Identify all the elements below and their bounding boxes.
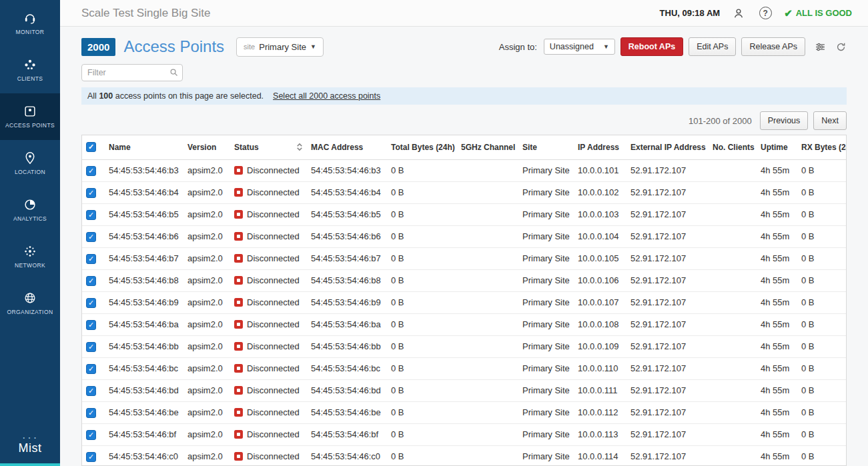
- refresh-icon[interactable]: [835, 41, 847, 53]
- column-header-rx-bytes[interactable]: RX Bytes (24h): [797, 135, 847, 159]
- cell-uptime: 4h 55m: [757, 225, 797, 247]
- cell-uptime: 4h 55m: [757, 423, 797, 445]
- cell-status: Disconnected: [230, 203, 307, 225]
- cell-version: apsim2.0: [183, 159, 230, 181]
- column-header-ip[interactable]: IP Address: [574, 135, 626, 159]
- cell-no-clients: [709, 269, 757, 291]
- status-indicator[interactable]: ✔ ALL IS GOOD: [784, 7, 852, 19]
- row-checkbox[interactable]: ✓: [86, 166, 96, 176]
- row-checkbox[interactable]: ✓: [86, 430, 96, 440]
- column-header-5ghz-channel[interactable]: 5GHz Channel: [457, 135, 518, 159]
- row-checkbox[interactable]: ✓: [86, 232, 96, 242]
- cell-mac: 54:45:53:54:46:bf: [307, 423, 387, 445]
- sidebar-item-organization[interactable]: ORGANIZATION: [0, 280, 60, 327]
- cell-5ghz-channel: [457, 335, 518, 357]
- row-checkbox[interactable]: ✓: [86, 276, 96, 286]
- assign-to-dropdown[interactable]: Unassigned ▼: [544, 39, 615, 55]
- select-all-checkbox[interactable]: ✓: [86, 142, 96, 152]
- site-selector-value: Primary Site: [259, 42, 306, 52]
- cell-total-bytes: 0 B: [387, 291, 457, 313]
- cell-uptime: 4h 55m: [757, 247, 797, 269]
- cell-ip: 10.0.0.105: [574, 247, 626, 269]
- cell-site: Primary Site: [518, 291, 574, 313]
- sidebar-accent-bar: [0, 463, 60, 466]
- table-row[interactable]: ✓ 54:45:53:54:46:bc apsim2.0 Disconnecte…: [82, 357, 847, 379]
- row-checkbox[interactable]: ✓: [86, 342, 96, 352]
- table-row[interactable]: ✓ 54:45:53:54:46:bd apsim2.0 Disconnecte…: [82, 379, 847, 401]
- column-header-site[interactable]: Site: [518, 135, 574, 159]
- cell-version: apsim2.0: [183, 247, 230, 269]
- column-header-status[interactable]: Status: [230, 135, 307, 159]
- column-header-external-ip[interactable]: External IP Address: [626, 135, 709, 159]
- reboot-aps-button[interactable]: Reboot APs: [620, 37, 683, 56]
- sidebar-item-label: CLIENTS: [15, 75, 46, 83]
- select-all-link[interactable]: Select all 2000 access points: [273, 91, 380, 101]
- table-row[interactable]: ✓ 54:45:53:54:46:b9 apsim2.0 Disconnecte…: [82, 291, 847, 313]
- cell-total-bytes: 0 B: [387, 357, 457, 379]
- page-title: Access Points: [123, 37, 224, 56]
- previous-page-button[interactable]: Previous: [760, 111, 809, 130]
- assign-to-label: Assign to:: [499, 42, 537, 52]
- cell-no-clients: [709, 335, 757, 357]
- column-settings-icon[interactable]: [815, 41, 826, 53]
- cell-ip: 10.0.0.113: [574, 423, 626, 445]
- table-row[interactable]: ✓ 54:45:53:54:46:b6 apsim2.0 Disconnecte…: [82, 225, 847, 247]
- cell-5ghz-channel: [457, 225, 518, 247]
- user-account-icon[interactable]: [731, 5, 747, 21]
- table-row[interactable]: ✓ 54:45:53:54:46:bb apsim2.0 Disconnecte…: [82, 335, 847, 357]
- table-row[interactable]: ✓ 54:45:53:54:46:b3 apsim2.0 Disconnecte…: [82, 159, 847, 181]
- row-checkbox[interactable]: ✓: [86, 364, 96, 374]
- chevron-down-icon: ▼: [603, 43, 609, 50]
- row-checkbox[interactable]: ✓: [86, 408, 96, 418]
- cell-ip: 10.0.0.103: [574, 203, 626, 225]
- row-checkbox[interactable]: ✓: [86, 210, 96, 220]
- column-header-uptime[interactable]: Uptime: [757, 135, 797, 159]
- column-header-total-bytes[interactable]: Total Bytes (24h): [387, 135, 457, 159]
- sidebar-item-network[interactable]: NETWORK: [0, 233, 60, 280]
- sidebar-item-clients[interactable]: CLIENTS: [0, 47, 60, 93]
- cell-site: Primary Site: [518, 269, 574, 291]
- row-checkbox[interactable]: ✓: [86, 320, 96, 330]
- release-aps-button[interactable]: Release APs: [741, 37, 805, 56]
- cell-uptime: 4h 55m: [757, 335, 797, 357]
- sidebar-item-access-points[interactable]: ACCESS POINTS: [0, 93, 60, 140]
- table-row[interactable]: ✓ 54:45:53:54:46:be apsim2.0 Disconnecte…: [82, 401, 847, 423]
- cell-5ghz-channel: [457, 313, 518, 335]
- sidebar-item-analytics[interactable]: ANALYTICS: [0, 187, 60, 233]
- row-checkbox[interactable]: ✓: [86, 188, 96, 198]
- column-header-mac[interactable]: MAC Address: [307, 135, 387, 159]
- filter-input[interactable]: [81, 64, 183, 81]
- cell-uptime: 4h 55m: [757, 401, 797, 423]
- cell-version: apsim2.0: [183, 313, 230, 335]
- table-row[interactable]: ✓ 54:45:53:54:46:c0 apsim2.0 Disconnecte…: [82, 445, 847, 466]
- content-area: 2000 Access Points site Primary Site ▼ A…: [60, 27, 868, 466]
- column-header-version[interactable]: Version: [183, 135, 230, 159]
- cell-external-ip: 52.91.172.107: [626, 401, 709, 423]
- cell-name: 54:45:53:54:46:b4: [105, 181, 183, 203]
- table-row[interactable]: ✓ 54:45:53:54:46:b7 apsim2.0 Disconnecte…: [82, 247, 847, 269]
- row-checkbox[interactable]: ✓: [86, 298, 96, 308]
- column-header-no-clients[interactable]: No. Clients: [709, 135, 757, 159]
- cell-version: apsim2.0: [183, 269, 230, 291]
- next-page-button[interactable]: Next: [813, 111, 847, 130]
- table-row[interactable]: ✓ 54:45:53:54:46:b4 apsim2.0 Disconnecte…: [82, 181, 847, 203]
- sidebar-item-location[interactable]: LOCATION: [0, 140, 60, 187]
- help-icon[interactable]: ?: [757, 5, 773, 21]
- table-row[interactable]: ✓ 54:45:53:54:46:b8 apsim2.0 Disconnecte…: [82, 269, 847, 291]
- cell-total-bytes: 0 B: [387, 225, 457, 247]
- table-row[interactable]: ✓ 54:45:53:54:46:b5 apsim2.0 Disconnecte…: [82, 203, 847, 225]
- cell-site: Primary Site: [518, 357, 574, 379]
- column-header-name[interactable]: Name: [105, 135, 183, 159]
- sidebar-item-monitor[interactable]: MONITOR: [0, 0, 60, 47]
- edit-aps-button[interactable]: Edit APs: [689, 37, 736, 56]
- site-selector-dropdown[interactable]: site Primary Site ▼: [236, 37, 324, 57]
- cell-site: Primary Site: [518, 335, 574, 357]
- table-row[interactable]: ✓ 54:45:53:54:46:ba apsim2.0 Disconnecte…: [82, 313, 847, 335]
- assign-to-value: Unassigned: [550, 42, 594, 51]
- cell-external-ip: 52.91.172.107: [626, 335, 709, 357]
- row-checkbox[interactable]: ✓: [86, 452, 96, 462]
- row-checkbox[interactable]: ✓: [86, 254, 96, 264]
- row-checkbox[interactable]: ✓: [86, 386, 96, 396]
- disconnected-icon: [234, 408, 243, 417]
- table-row[interactable]: ✓ 54:45:53:54:46:bf apsim2.0 Disconnecte…: [82, 423, 847, 445]
